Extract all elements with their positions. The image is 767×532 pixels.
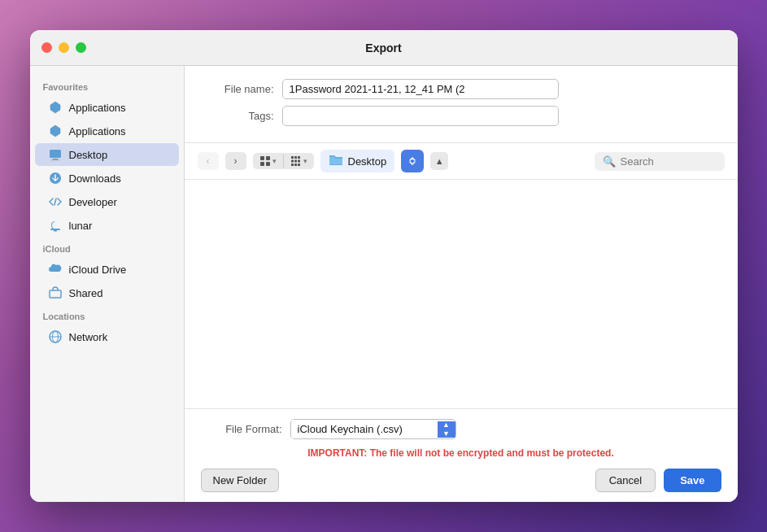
icloud-section-label: iCloud — [30, 238, 184, 257]
svg-rect-20 — [291, 164, 294, 166]
file-info-area: File name: Tags: — [185, 66, 738, 143]
svg-rect-22 — [298, 164, 300, 166]
desktop-icon — [48, 147, 63, 162]
window-controls — [41, 42, 86, 53]
tags-row: Tags: — [201, 106, 721, 126]
svg-rect-19 — [298, 160, 300, 163]
right-panel: File name: Tags: ‹ › — [185, 66, 738, 502]
icon-view-button[interactable]: ▾ — [253, 153, 283, 169]
file-format-select[interactable]: iCloud Keychain (.csv) — [291, 420, 438, 438]
file-name-row: File name: — [201, 79, 721, 99]
file-name-label: File name: — [201, 83, 274, 95]
sidebar-item-label: Downloads — [69, 172, 121, 185]
sidebar-item-label: Developer — [69, 196, 117, 208]
sidebar-item-label: Applications — [69, 125, 126, 137]
close-button[interactable] — [41, 42, 52, 53]
save-button[interactable]: Save — [664, 469, 721, 492]
svg-rect-6 — [50, 290, 61, 298]
svg-rect-0 — [50, 150, 61, 158]
svg-rect-18 — [294, 160, 297, 163]
applications1-icon — [48, 100, 63, 115]
toolbar: ‹ › ▾ — [185, 143, 738, 180]
title-bar: Export — [30, 30, 738, 66]
svg-rect-4 — [50, 229, 60, 230]
location-button[interactable]: Desktop — [320, 150, 395, 172]
sidebar-item-label: Shared — [69, 287, 103, 299]
sidebar-item-lunar[interactable]: lunar — [35, 214, 179, 237]
maximize-button[interactable] — [76, 42, 86, 53]
sidebar-item-icloud-drive[interactable]: iCloud Drive — [35, 258, 179, 281]
sidebar-item-desktop[interactable]: Desktop — [35, 143, 179, 166]
search-icon: 🔍 — [603, 155, 616, 168]
dialog-title: Export — [365, 41, 401, 55]
search-input[interactable] — [621, 155, 717, 168]
list-view-chevron: ▾ — [303, 157, 307, 165]
stepper-up-arrow: ▲ — [442, 421, 450, 429]
file-browser[interactable] — [185, 180, 738, 408]
stepper-down-arrow: ▼ — [442, 430, 450, 438]
svg-rect-14 — [291, 156, 294, 159]
applications2-icon — [48, 124, 63, 138]
svg-rect-21 — [294, 164, 297, 166]
locations-section-label: Locations — [30, 305, 184, 325]
main-content: Favourites Applications Applications — [30, 66, 738, 502]
export-dialog: Export Favourites Applications — [30, 30, 738, 502]
file-format-row: File Format: iCloud Keychain (.csv) ▲ ▼ — [201, 419, 721, 439]
expand-button[interactable]: ▲ — [430, 152, 448, 170]
sidebar-item-shared[interactable]: Shared — [35, 281, 179, 304]
svg-rect-13 — [266, 162, 270, 166]
favourites-section-label: Favourites — [30, 76, 184, 95]
location-stepper-button[interactable] — [401, 150, 424, 172]
svg-rect-12 — [260, 162, 264, 166]
format-stepper-button[interactable]: ▲ ▼ — [438, 421, 455, 438]
svg-rect-11 — [266, 156, 270, 160]
icon-view-chevron: ▾ — [272, 157, 277, 165]
view-toggle-group: ▾ — [253, 153, 314, 169]
sidebar-item-label: lunar — [69, 220, 93, 232]
sidebar-item-label: iCloud Drive — [69, 264, 127, 276]
forward-button[interactable]: › — [225, 152, 246, 170]
back-button[interactable]: ‹ — [198, 152, 219, 170]
right-buttons: Cancel Save — [595, 469, 721, 492]
svg-rect-16 — [298, 156, 300, 159]
icloud-drive-icon — [48, 262, 63, 277]
downloads-icon — [48, 171, 63, 185]
shared-icon — [48, 286, 63, 300]
warning-text: IMPORTANT: The file will not be encrypte… — [201, 447, 721, 459]
svg-rect-17 — [291, 160, 294, 163]
sidebar-item-applications2[interactable]: Applications — [35, 120, 179, 142]
file-format-label: File Format: — [201, 423, 282, 435]
list-view-button[interactable]: ▾ — [284, 153, 314, 169]
cancel-button[interactable]: Cancel — [595, 469, 656, 492]
minimize-button[interactable] — [59, 42, 69, 53]
svg-rect-15 — [294, 156, 297, 159]
svg-rect-5 — [54, 230, 57, 232]
location-label: Desktop — [348, 155, 387, 168]
developer-icon — [48, 194, 63, 209]
sidebar-item-downloads[interactable]: Downloads — [35, 167, 179, 190]
sidebar-item-label: Network — [69, 331, 108, 343]
file-name-input[interactable] — [282, 79, 559, 99]
sidebar-item-developer[interactable]: Developer — [35, 190, 179, 213]
location-folder-icon — [329, 153, 343, 169]
tags-label: Tags: — [201, 110, 274, 122]
search-box: 🔍 — [595, 152, 725, 171]
sidebar-item-label: Applications — [69, 102, 126, 114]
new-folder-button[interactable]: New Folder — [201, 469, 279, 492]
sidebar-item-label: Desktop — [69, 149, 108, 161]
svg-rect-10 — [260, 156, 264, 160]
sidebar-item-network[interactable]: Network — [35, 325, 179, 348]
bottom-area: File Format: iCloud Keychain (.csv) ▲ ▼ … — [185, 408, 738, 502]
tags-input[interactable] — [282, 106, 559, 126]
network-icon — [48, 329, 63, 344]
svg-rect-2 — [51, 159, 59, 160]
sidebar: Favourites Applications Applications — [30, 66, 185, 502]
lunar-icon — [48, 218, 63, 233]
action-buttons: New Folder Cancel Save — [201, 469, 721, 492]
sidebar-item-applications1[interactable]: Applications — [35, 96, 179, 119]
format-select-wrapper: iCloud Keychain (.csv) ▲ ▼ — [290, 419, 456, 439]
